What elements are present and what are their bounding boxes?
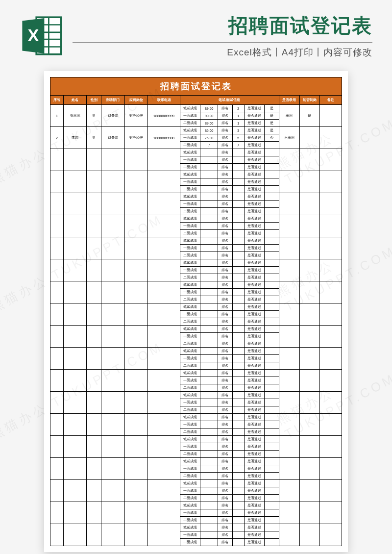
cell-pass bbox=[265, 186, 279, 193]
cell-score bbox=[200, 487, 218, 495]
cell-seq: 2 bbox=[50, 127, 64, 149]
cell-rank-label: 排名 bbox=[218, 142, 233, 149]
cell-stage-label: 一面成绩 bbox=[180, 531, 200, 539]
table-row: 1张三三男财务部财务经理18888889999笔试成绩89.50排名2是否通过是… bbox=[50, 105, 342, 112]
cell-dept: 财务部 bbox=[101, 105, 125, 127]
cell-pass bbox=[265, 230, 279, 237]
cell-score bbox=[200, 318, 218, 326]
cell-rank-label: 排名 bbox=[218, 458, 233, 465]
cell-pos bbox=[124, 524, 148, 546]
cell-score bbox=[200, 259, 218, 267]
cell-rank bbox=[232, 164, 244, 171]
cell-tel bbox=[148, 414, 180, 436]
cell-stage-label: 一面成绩 bbox=[180, 509, 200, 517]
cell-pass bbox=[265, 377, 279, 384]
cell-score bbox=[200, 406, 218, 414]
cell-rank-label: 排名 bbox=[218, 480, 233, 487]
cell-rank-label: 排名 bbox=[218, 223, 233, 230]
cell-rank bbox=[232, 480, 244, 487]
cell-pass-label: 是否通过 bbox=[244, 105, 265, 112]
cell-seq bbox=[50, 436, 64, 458]
cell-pass-label: 是否通过 bbox=[244, 509, 265, 517]
cell-arrive bbox=[299, 370, 320, 392]
cell-pass bbox=[265, 428, 279, 436]
cell-hire bbox=[279, 326, 300, 348]
cell-stage-label: 笔试成绩 bbox=[180, 193, 200, 201]
cell-seq bbox=[50, 149, 64, 171]
cell-pass bbox=[265, 245, 279, 252]
cell-score bbox=[200, 193, 218, 201]
cell-sex: 男 bbox=[87, 127, 101, 149]
cell-score bbox=[200, 311, 218, 318]
cell-rank-label: 排名 bbox=[218, 201, 233, 208]
cell-pos bbox=[124, 414, 148, 436]
cell-pass-label: 是否通过 bbox=[244, 421, 265, 428]
cell-dept bbox=[101, 259, 125, 281]
col-sex: 性别 bbox=[87, 96, 101, 105]
cell-score bbox=[200, 436, 218, 443]
cell-rank bbox=[232, 274, 244, 281]
cell-rank bbox=[232, 171, 244, 178]
col-note: 备注 bbox=[320, 96, 342, 105]
cell-pass bbox=[265, 539, 279, 546]
cell-arrive bbox=[299, 480, 320, 502]
cell-pos bbox=[124, 326, 148, 348]
cell-hire bbox=[279, 215, 300, 237]
cell-score bbox=[200, 230, 218, 237]
cell-rank bbox=[232, 509, 244, 517]
cell-dept bbox=[101, 193, 125, 215]
table-row: 笔试成绩排名是否通过 bbox=[50, 436, 342, 443]
cell-name bbox=[63, 414, 87, 436]
cell-pass-label: 是否通过 bbox=[244, 465, 265, 473]
cell-pass-label: 是否通过 bbox=[244, 259, 265, 267]
cell-rank-label: 排名 bbox=[218, 237, 233, 245]
table-row: 笔试成绩排名是否通过 bbox=[50, 259, 342, 267]
cell-pos: 财务经理 bbox=[124, 105, 148, 127]
cell-tel bbox=[148, 458, 180, 480]
table-row: 笔试成绩排名是否通过 bbox=[50, 149, 342, 156]
cell-tel bbox=[148, 149, 180, 171]
cell-rank-label: 排名 bbox=[218, 524, 233, 531]
cell-stage-label: 二面成绩 bbox=[180, 539, 200, 546]
cell-stage-label: 一面成绩 bbox=[180, 355, 200, 362]
cell-hire bbox=[279, 259, 300, 281]
cell-pass bbox=[265, 281, 279, 289]
cell-stage-label: 二面成绩 bbox=[180, 274, 200, 281]
cell-rank bbox=[232, 384, 244, 392]
table-row: 笔试成绩排名是否通过 bbox=[50, 215, 342, 223]
cell-pass-label: 是否通过 bbox=[244, 267, 265, 274]
cell-rank-label: 排名 bbox=[218, 377, 233, 384]
cell-pos: 财务经理 bbox=[124, 127, 148, 149]
cell-rank bbox=[232, 230, 244, 237]
cell-pass bbox=[265, 333, 279, 340]
cell-pass-label: 是否通过 bbox=[244, 531, 265, 539]
cell-hire bbox=[279, 480, 300, 502]
cell-score bbox=[200, 451, 218, 458]
cell-pass-label: 是否通过 bbox=[244, 201, 265, 208]
cell-pass bbox=[265, 171, 279, 178]
cell-pass-label: 是否通过 bbox=[244, 296, 265, 303]
cell-pass-label: 是否通过 bbox=[244, 186, 265, 193]
cell-name bbox=[63, 326, 87, 348]
svg-text:X: X bbox=[27, 25, 39, 44]
cell-arrive bbox=[299, 215, 320, 237]
cell-sex bbox=[87, 193, 101, 215]
cell-name bbox=[63, 149, 87, 171]
cell-tel bbox=[148, 392, 180, 414]
cell-rank-label: 排名 bbox=[218, 539, 233, 546]
cell-pass bbox=[265, 480, 279, 487]
cell-arrive bbox=[299, 259, 320, 281]
cell-pass-label: 是否通过 bbox=[244, 370, 265, 377]
cell-tel bbox=[148, 303, 180, 326]
cell-rank-label: 排名 bbox=[218, 245, 233, 252]
cell-arrive bbox=[299, 458, 320, 480]
cell-pass bbox=[265, 164, 279, 171]
cell-arrive bbox=[299, 303, 320, 326]
cell-rank-label: 排名 bbox=[218, 348, 233, 355]
cell-name bbox=[63, 348, 87, 370]
cell-rank-label: 排名 bbox=[218, 333, 233, 340]
cell-score bbox=[200, 178, 218, 186]
cell-hire: 不录用 bbox=[279, 127, 300, 149]
cell-name bbox=[63, 524, 87, 546]
cell-rank: 2 bbox=[232, 105, 244, 112]
